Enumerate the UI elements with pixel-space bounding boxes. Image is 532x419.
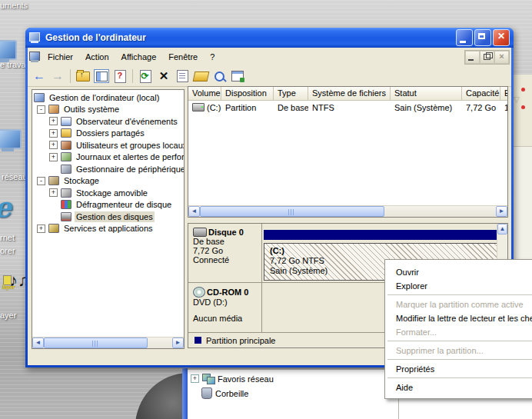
tree-item-label: Outils système — [62, 104, 121, 115]
desktop-icon-label-documents[interactable]: uments — [0, 1, 28, 10]
expand-icon[interactable]: + — [49, 117, 58, 125]
scroll-right-icon[interactable]: ► — [496, 206, 507, 217]
menu-item-ouvrir[interactable]: Ouvrir — [385, 265, 532, 279]
mdi-system-icon[interactable] — [29, 52, 42, 62]
desktop-icon-label-ie2[interactable]: orer — [0, 246, 15, 255]
menu-item-modifier-lettre[interactable]: Modifier la lettre de lecteur et les che… — [385, 311, 532, 325]
close-button[interactable]: ✕ — [493, 29, 510, 46]
show-tree-toggle-button[interactable] — [93, 68, 110, 85]
cdrom-drive: DVD (D:) — [193, 298, 261, 307]
type-cell: De base — [274, 103, 308, 112]
column-espace[interactable]: Esp — [500, 87, 508, 101]
tree-item-system-tools[interactable]: - Outils système — [32, 104, 184, 116]
performance-logs-icon — [61, 152, 71, 161]
system-tools-icon — [48, 105, 59, 114]
menu-item-proprietes[interactable]: Propriétés — [385, 362, 532, 376]
scroll-left-icon[interactable]: ◄ — [32, 338, 44, 348]
expand-icon[interactable]: + — [49, 129, 58, 138]
tree-item-shared-folders[interactable]: + Dossiers partagés — [32, 128, 184, 140]
up-folder-button[interactable]: ↑ — [75, 68, 91, 85]
back-button[interactable]: ← — [31, 68, 48, 85]
title-bar[interactable]: Gestion de l'ordinateur ✕ — [25, 28, 514, 48]
network-places-icon[interactable] — [0, 129, 22, 152]
tree-item-label: Gestionnaire de périphériques — [75, 164, 185, 175]
tree-item-disk-management[interactable]: Gestion des disques — [32, 211, 184, 223]
disk0-name: Disque 0 — [208, 228, 244, 237]
menu-affichage[interactable]: Affichage — [115, 51, 163, 63]
scrollbar-thumb[interactable] — [44, 338, 148, 348]
scrollbar-track[interactable] — [44, 338, 172, 348]
desktop-icon-label-computer[interactable]: e trava — [0, 60, 26, 69]
tree-item-storage[interactable]: - Stockage — [32, 175, 184, 188]
tree-item-event-viewer[interactable]: + Observateur d'événements — [32, 115, 184, 128]
export-list-button[interactable] — [229, 68, 246, 85]
mdi-minimize-button[interactable] — [465, 51, 480, 64]
column-type[interactable]: Type — [274, 87, 308, 101]
tree-item-services[interactable]: + Services et applications — [32, 223, 184, 235]
minimize-button[interactable] — [456, 29, 473, 46]
tree-item-label-selected: Gestion des disques — [75, 211, 155, 222]
column-filesystem[interactable]: Système de fichiers — [308, 87, 391, 101]
scroll-right-icon[interactable]: ► — [172, 338, 184, 348]
scrollbar-track[interactable] — [200, 206, 496, 217]
menu-fenetre[interactable]: Fenêtre — [162, 51, 204, 63]
menu-action[interactable]: Action — [79, 51, 115, 63]
chevron-down-icon: ▽ — [514, 95, 520, 104]
open-folder-button[interactable] — [192, 68, 209, 85]
column-disposition[interactable]: Disposition — [221, 87, 274, 101]
expand-icon[interactable]: + — [37, 224, 45, 233]
expand-icon[interactable]: + — [191, 374, 199, 383]
expand-icon[interactable]: + — [49, 141, 58, 149]
collapse-icon[interactable]: - — [37, 177, 45, 185]
internet-explorer-icon[interactable]: e — [0, 191, 12, 223]
volume-list: Volume Disposition Type Système de fichi… — [188, 86, 508, 218]
forward-button[interactable]: → — [49, 68, 66, 85]
console-tree: Gestion de l'ordinateur (local) - Outils… — [32, 89, 185, 349]
cdrom-name: CD-ROM 0 — [207, 288, 248, 297]
menu-aide[interactable]: ? — [204, 51, 221, 63]
desktop-icon-label-player[interactable]: ayer — [0, 311, 16, 320]
tree-item-device-manager[interactable]: Gestionnaire de périphériques — [32, 163, 184, 175]
tree-item-defragmenter[interactable]: Défragmenteur de disque — [32, 199, 184, 211]
column-capacite[interactable]: Capacité — [462, 87, 500, 101]
maximize-button[interactable] — [474, 29, 491, 46]
background-tree-item-network[interactable]: + Favoris réseau — [191, 374, 274, 384]
find-button[interactable] — [211, 68, 228, 85]
tree-item-perf-logs[interactable]: + Journaux et alertes de perfor — [32, 151, 184, 164]
tree-item-root[interactable]: Gestion de l'ordinateur (local) — [32, 91, 184, 104]
scroll-left-icon[interactable]: ◄ — [188, 206, 200, 217]
background-window-border — [182, 368, 188, 419]
recycle-bin-icon — [201, 387, 212, 399]
refresh-button[interactable]: ⟳ — [137, 68, 154, 85]
desktop-icon-label-network[interactable]: réseau — [2, 172, 28, 181]
cdrom-info[interactable]: CD-ROM 0 DVD (D:) Aucun média — [188, 283, 262, 333]
list-horizontal-scrollbar[interactable]: ◄ ► — [188, 205, 507, 217]
expand-icon[interactable]: + — [49, 188, 58, 197]
mdi-close-button[interactable]: × — [494, 51, 509, 64]
background-pane-divider — [398, 396, 399, 419]
hard-disk-icon — [193, 228, 207, 237]
desktop-icon-label-ie1[interactable]: rnet — [0, 233, 15, 242]
delete-button[interactable]: ✕ — [155, 68, 172, 85]
menu-fichier[interactable]: Fichier — [42, 51, 79, 63]
tree-item-removable-storage[interactable]: + Stockage amovible — [32, 187, 184, 199]
menu-item-aide[interactable]: Aide — [385, 381, 532, 394]
column-volume[interactable]: Volume — [188, 87, 221, 101]
volume-row-c[interactable]: (C:) Partition De base NTFS Sain (Systèm… — [188, 101, 507, 114]
scrollbar-thumb[interactable] — [200, 206, 384, 217]
tree-horizontal-scrollbar[interactable]: ◄ ► — [32, 337, 184, 348]
column-statut[interactable]: Statut — [391, 87, 462, 101]
cdrom-media: Aucun média — [193, 314, 261, 323]
services-icon — [48, 224, 59, 233]
disk0-info[interactable]: Disque 0 De base 7,72 Go Connecté — [188, 224, 262, 282]
properties-button[interactable] — [174, 68, 191, 85]
disk0-status: Connecté — [193, 255, 261, 264]
help-button[interactable]: ? — [111, 68, 128, 85]
scroll-up-icon[interactable]: ▲ — [497, 224, 507, 234]
background-tree-item-recycle[interactable]: Corbeille — [201, 387, 248, 399]
mdi-restore-button[interactable] — [480, 51, 494, 64]
tree-item-local-users[interactable]: + Utilisateurs et groupes locaux — [32, 139, 184, 151]
menu-item-explorer[interactable]: Explorer — [385, 279, 532, 293]
collapse-icon[interactable]: - — [37, 105, 45, 114]
expand-icon[interactable]: + — [49, 153, 58, 161]
